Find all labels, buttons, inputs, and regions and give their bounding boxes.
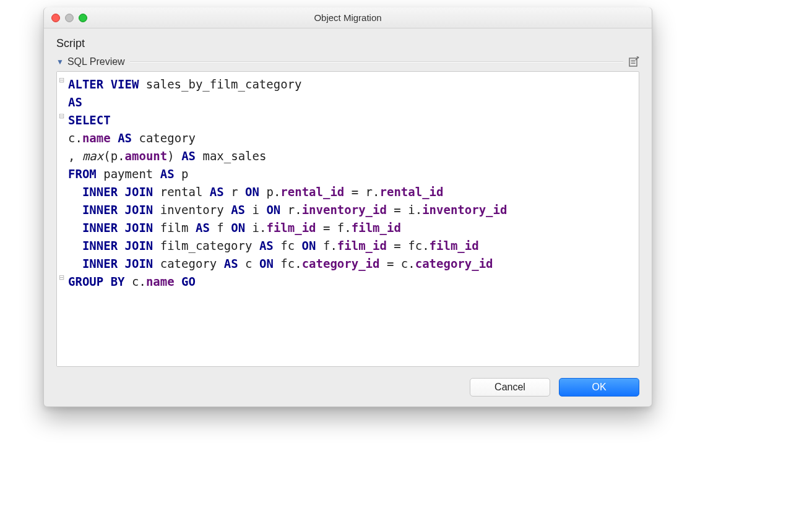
dialog-button-row: Cancel OK xyxy=(56,367,639,397)
titlebar: Object Migration xyxy=(44,7,652,28)
sql-preview-header[interactable]: ▼ SQL Preview xyxy=(56,56,639,67)
sql-code: ALTER VIEW sales_by_film_category AS SEL… xyxy=(57,74,639,292)
sql-preview-title: SQL Preview xyxy=(67,56,125,67)
ok-button[interactable]: OK xyxy=(559,378,639,397)
disclosure-triangle-icon: ▼ xyxy=(56,58,64,66)
minimize-window-button[interactable] xyxy=(65,14,74,22)
edit-sql-icon[interactable] xyxy=(628,56,639,67)
editor-gutter: ⊟ ⊟ ⊟ xyxy=(57,72,66,366)
window-title: Object Migration xyxy=(44,12,652,23)
fold-marker-icon[interactable]: ⊟ xyxy=(58,111,65,120)
separator-line xyxy=(130,59,623,65)
dialog-content: Script ▼ SQL Preview ⊟ ⊟ ⊟ A xyxy=(44,28,652,406)
sql-preview-editor[interactable]: ⊟ ⊟ ⊟ ALTER VIEW sales_by_film_category … xyxy=(56,71,639,367)
fold-marker-icon[interactable]: ⊟ xyxy=(58,75,65,84)
fold-marker-icon[interactable]: ⊟ xyxy=(58,273,65,281)
cancel-button[interactable]: Cancel xyxy=(470,378,550,397)
object-migration-dialog: Object Migration Script ▼ SQL Preview ⊟ xyxy=(43,7,652,407)
zoom-window-button[interactable] xyxy=(79,14,87,22)
window-controls xyxy=(44,14,87,22)
section-label-script: Script xyxy=(56,37,639,50)
close-window-button[interactable] xyxy=(51,14,60,22)
